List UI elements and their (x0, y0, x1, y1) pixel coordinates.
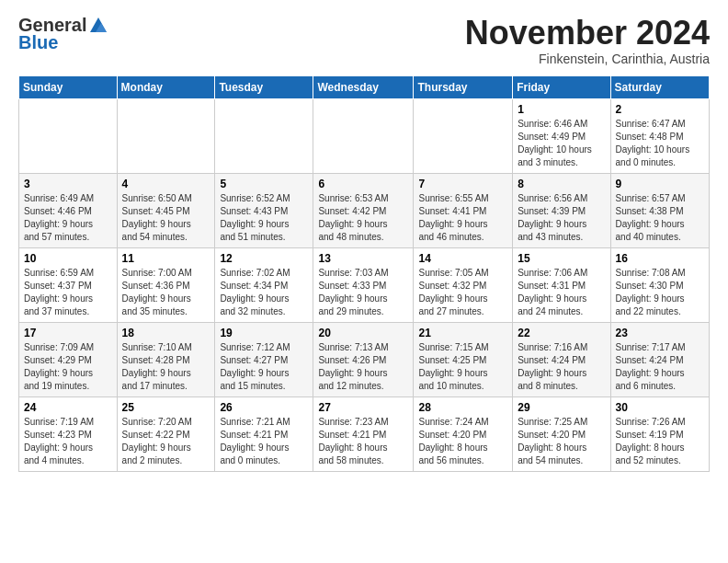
header-saturday: Saturday (610, 75, 709, 98)
day-info: Sunrise: 6:59 AM Sunset: 4:37 PM Dayligh… (24, 267, 112, 318)
day-info: Sunrise: 7:12 AM Sunset: 4:27 PM Dayligh… (220, 341, 308, 393)
day-number: 18 (122, 327, 210, 339)
day-info: Sunrise: 6:55 AM Sunset: 4:41 PM Dayligh… (418, 192, 507, 244)
header-friday: Friday (513, 75, 610, 98)
day-info: Sunrise: 6:53 AM Sunset: 4:42 PM Dayligh… (318, 192, 408, 244)
week-row-2: 10Sunrise: 6:59 AM Sunset: 4:37 PM Dayli… (19, 247, 710, 322)
week-row-1: 3Sunrise: 6:49 AM Sunset: 4:46 PM Daylig… (19, 173, 710, 247)
logo-icon (88, 16, 108, 36)
header-sunday: Sunday (19, 75, 118, 98)
day-number: 13 (318, 252, 408, 265)
calendar-cell: 28Sunrise: 7:24 AM Sunset: 4:20 PM Dayli… (414, 396, 513, 471)
day-number: 22 (518, 327, 605, 339)
calendar-cell: 15Sunrise: 7:06 AM Sunset: 4:31 PM Dayli… (513, 247, 610, 322)
day-info: Sunrise: 7:25 AM Sunset: 4:20 PM Dayligh… (518, 416, 605, 467)
day-info: Sunrise: 7:08 AM Sunset: 4:30 PM Dayligh… (616, 267, 704, 318)
day-info: Sunrise: 7:23 AM Sunset: 4:21 PM Dayligh… (318, 416, 408, 467)
day-number: 23 (616, 327, 704, 339)
header: General Blue November 2024 Finkenstein, … (18, 15, 710, 66)
day-number: 16 (616, 252, 704, 265)
day-number: 21 (418, 327, 507, 339)
header-thursday: Thursday (414, 75, 513, 98)
day-info: Sunrise: 7:03 AM Sunset: 4:33 PM Dayligh… (318, 267, 408, 318)
day-number: 24 (24, 401, 112, 414)
calendar-cell: 13Sunrise: 7:03 AM Sunset: 4:33 PM Dayli… (313, 247, 414, 322)
calendar-cell: 18Sunrise: 7:10 AM Sunset: 4:28 PM Dayli… (117, 322, 215, 396)
calendar-cell: 24Sunrise: 7:19 AM Sunset: 4:23 PM Dayli… (19, 396, 118, 471)
day-number: 17 (24, 327, 112, 339)
day-number: 8 (518, 178, 605, 190)
page: General Blue November 2024 Finkenstein, … (0, 0, 728, 487)
calendar-cell: 7Sunrise: 6:55 AM Sunset: 4:41 PM Daylig… (414, 173, 513, 247)
day-number: 27 (318, 401, 408, 414)
calendar-cell: 11Sunrise: 7:00 AM Sunset: 4:36 PM Dayli… (117, 247, 215, 322)
calendar-cell: 1Sunrise: 6:46 AM Sunset: 4:49 PM Daylig… (513, 98, 610, 173)
calendar-cell (19, 98, 118, 173)
calendar-cell: 19Sunrise: 7:12 AM Sunset: 4:27 PM Dayli… (215, 322, 313, 396)
calendar-cell: 23Sunrise: 7:17 AM Sunset: 4:24 PM Dayli… (610, 322, 709, 396)
day-info: Sunrise: 7:24 AM Sunset: 4:20 PM Dayligh… (418, 416, 507, 467)
calendar-cell: 17Sunrise: 7:09 AM Sunset: 4:29 PM Dayli… (19, 322, 118, 396)
day-number: 1 (518, 103, 605, 116)
calendar-cell: 16Sunrise: 7:08 AM Sunset: 4:30 PM Dayli… (610, 247, 709, 322)
calendar-cell: 25Sunrise: 7:20 AM Sunset: 4:22 PM Dayli… (117, 396, 215, 471)
header-tuesday: Tuesday (215, 75, 313, 98)
day-info: Sunrise: 7:06 AM Sunset: 4:31 PM Dayligh… (518, 267, 605, 318)
day-number: 11 (122, 252, 210, 265)
header-wednesday: Wednesday (313, 75, 414, 98)
day-number: 9 (616, 178, 704, 190)
day-number: 25 (122, 401, 210, 414)
day-number: 6 (318, 178, 408, 190)
week-row-4: 24Sunrise: 7:19 AM Sunset: 4:23 PM Dayli… (19, 396, 710, 471)
calendar-cell: 21Sunrise: 7:15 AM Sunset: 4:25 PM Dayli… (414, 322, 513, 396)
week-row-3: 17Sunrise: 7:09 AM Sunset: 4:29 PM Dayli… (19, 322, 710, 396)
calendar-cell (414, 98, 513, 173)
calendar-cell: 20Sunrise: 7:13 AM Sunset: 4:26 PM Dayli… (313, 322, 414, 396)
title-block: November 2024 Finkenstein, Carinthia, Au… (465, 15, 710, 66)
day-info: Sunrise: 6:50 AM Sunset: 4:45 PM Dayligh… (122, 192, 210, 244)
logo-blue: Blue (18, 32, 58, 53)
day-number: 2 (616, 103, 704, 116)
calendar-cell: 8Sunrise: 6:56 AM Sunset: 4:39 PM Daylig… (513, 173, 610, 247)
calendar-cell: 27Sunrise: 7:23 AM Sunset: 4:21 PM Dayli… (313, 396, 414, 471)
calendar-cell: 4Sunrise: 6:50 AM Sunset: 4:45 PM Daylig… (117, 173, 215, 247)
day-number: 15 (518, 252, 605, 265)
day-number: 26 (220, 401, 308, 414)
day-number: 5 (220, 178, 308, 190)
day-number: 30 (616, 401, 704, 414)
calendar-cell: 3Sunrise: 6:49 AM Sunset: 4:46 PM Daylig… (19, 173, 118, 247)
day-number: 20 (318, 327, 408, 339)
day-info: Sunrise: 6:49 AM Sunset: 4:46 PM Dayligh… (24, 192, 112, 244)
calendar-cell: 6Sunrise: 6:53 AM Sunset: 4:42 PM Daylig… (313, 173, 414, 247)
day-info: Sunrise: 7:13 AM Sunset: 4:26 PM Dayligh… (318, 341, 408, 393)
day-info: Sunrise: 7:15 AM Sunset: 4:25 PM Dayligh… (418, 341, 507, 393)
day-number: 29 (518, 401, 605, 414)
calendar-cell: 14Sunrise: 7:05 AM Sunset: 4:32 PM Dayli… (414, 247, 513, 322)
calendar-cell: 30Sunrise: 7:26 AM Sunset: 4:19 PM Dayli… (610, 396, 709, 471)
day-info: Sunrise: 7:16 AM Sunset: 4:24 PM Dayligh… (518, 341, 605, 393)
day-info: Sunrise: 7:26 AM Sunset: 4:19 PM Dayligh… (616, 416, 704, 467)
calendar-cell: 9Sunrise: 6:57 AM Sunset: 4:38 PM Daylig… (610, 173, 709, 247)
month-title: November 2024 (465, 15, 710, 52)
calendar-cell: 22Sunrise: 7:16 AM Sunset: 4:24 PM Dayli… (513, 322, 610, 396)
day-info: Sunrise: 6:46 AM Sunset: 4:49 PM Dayligh… (518, 118, 605, 169)
day-number: 4 (122, 178, 210, 190)
week-row-0: 1Sunrise: 6:46 AM Sunset: 4:49 PM Daylig… (19, 98, 710, 173)
day-info: Sunrise: 7:19 AM Sunset: 4:23 PM Dayligh… (24, 416, 112, 467)
day-number: 10 (24, 252, 112, 265)
day-info: Sunrise: 7:21 AM Sunset: 4:21 PM Dayligh… (220, 416, 308, 467)
day-info: Sunrise: 7:00 AM Sunset: 4:36 PM Dayligh… (122, 267, 210, 318)
day-info: Sunrise: 7:17 AM Sunset: 4:24 PM Dayligh… (616, 341, 704, 393)
day-number: 14 (418, 252, 507, 265)
day-info: Sunrise: 6:56 AM Sunset: 4:39 PM Dayligh… (518, 192, 605, 244)
day-number: 3 (24, 178, 112, 190)
logo: General Blue (18, 15, 108, 53)
day-info: Sunrise: 7:20 AM Sunset: 4:22 PM Dayligh… (122, 416, 210, 467)
calendar-cell (313, 98, 414, 173)
day-info: Sunrise: 6:57 AM Sunset: 4:38 PM Dayligh… (616, 192, 704, 244)
day-info: Sunrise: 7:09 AM Sunset: 4:29 PM Dayligh… (24, 341, 112, 393)
calendar-cell: 5Sunrise: 6:52 AM Sunset: 4:43 PM Daylig… (215, 173, 313, 247)
header-monday: Monday (117, 75, 215, 98)
calendar-cell: 2Sunrise: 6:47 AM Sunset: 4:48 PM Daylig… (610, 98, 709, 173)
calendar-cell: 29Sunrise: 7:25 AM Sunset: 4:20 PM Dayli… (513, 396, 610, 471)
